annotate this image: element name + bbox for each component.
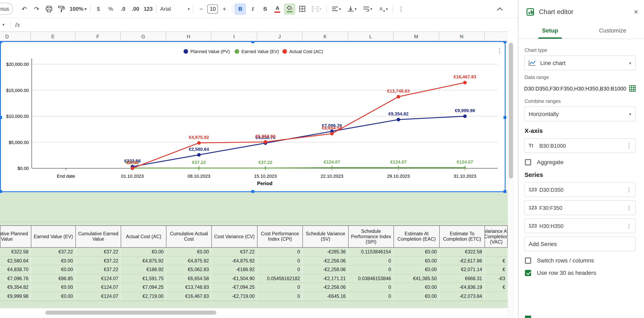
cell[interactable]: €0.00 [166, 248, 211, 257]
add-series-button[interactable]: Add Series [524, 237, 636, 251]
column-header-F[interactable]: F [76, 32, 121, 41]
table-header-cell[interactable]: Cumulative Actual Cost [166, 225, 211, 248]
tab-customize[interactable]: Customize [581, 24, 644, 39]
format-currency-button[interactable]: $ [93, 3, 104, 15]
merge-cells-button[interactable]: ▾ [309, 3, 324, 15]
embedded-chart[interactable]: $0.00$5,000.00$10,000.00$15,000.00$20,00… [0, 41, 506, 192]
name-box-caret-icon[interactable]: ▾ [2, 23, 4, 27]
cell[interactable]: €13,748.83 [166, 283, 211, 292]
cell[interactable]: €5,062.83 [166, 265, 211, 274]
cell[interactable]: 0.1153846154 [348, 248, 394, 257]
table-header-cell[interactable]: Earned Value (EV) [31, 225, 76, 248]
cell[interactable]: €86.85 [31, 274, 76, 283]
horizontal-scrollbar[interactable] [45, 311, 216, 315]
switch-rows-columns-checkbox[interactable] [525, 257, 531, 264]
cell[interactable]: 0 [257, 292, 302, 301]
cell[interactable]: €0.00 [394, 248, 439, 257]
horizontal-align-button[interactable]: ▾ [329, 3, 344, 15]
column-header-J[interactable]: J [257, 32, 302, 41]
vertical-scrollbar[interactable] [508, 41, 514, 318]
cell[interactable]: €1,591.75 [121, 274, 166, 283]
kebab-icon[interactable]: ⋮ [626, 186, 632, 193]
cell[interactable]: 0.05456162182 [257, 274, 302, 283]
cell[interactable]: -€1,504.90 [211, 274, 257, 283]
undo-button[interactable]: ↶ [18, 3, 30, 15]
x-axis-range-row[interactable]: Tt B30:B1000 ⋮ [524, 138, 636, 153]
cell[interactable]: €37.22 [211, 248, 257, 257]
table-header-cell[interactable]: Cumulative Earned Value [76, 225, 121, 248]
cell[interactable]: €0.00 [394, 292, 439, 301]
cell[interactable]: €322.58 [439, 248, 484, 257]
cell[interactable]: €124.07 [76, 292, 121, 301]
table-header-cell[interactable]: Actual Cost (AC) [121, 225, 166, 248]
table-header-cell[interactable]: Cumulative Planned Value [0, 225, 31, 248]
more-formats-button[interactable]: 123 [142, 3, 154, 15]
cell[interactable]: €7,096.76 [0, 274, 31, 283]
cell[interactable]: €0.00 [394, 257, 439, 265]
cell[interactable]: 0 [257, 257, 302, 265]
column-header-H[interactable]: H [166, 32, 211, 41]
column-header-G[interactable]: G [121, 32, 166, 41]
cell[interactable]: €124.07 [76, 283, 121, 292]
cell[interactable]: €37.22 [76, 257, 121, 265]
cell[interactable]: €322.58 [0, 248, 31, 257]
cell[interactable]: 0.03846153846 [348, 274, 394, 283]
table-header-cell[interactable]: Schedule Performance Index (SPI) [348, 225, 394, 248]
italic-button[interactable]: I [247, 3, 258, 15]
cell[interactable]: €0.00 [31, 265, 76, 274]
column-header-partial[interactable] [484, 32, 508, 41]
cell[interactable]: € [484, 283, 508, 292]
vertical-align-button[interactable]: ▾ [345, 3, 360, 15]
cell[interactable]: €37.22 [76, 265, 121, 274]
cell[interactable]: -€7,094.25 [211, 283, 257, 292]
cell[interactable]: -€2,258.06 [302, 257, 348, 265]
combine-ranges-select[interactable]: Horizontally ▾ [524, 107, 636, 121]
cell[interactable]: -€2,617.86 [439, 257, 484, 265]
text-color-button[interactable]: A [272, 3, 283, 15]
more-toolbar-button[interactable]: ⋮ [395, 3, 407, 15]
cell[interactable]: -€2,171.21 [302, 274, 348, 283]
tab-setup[interactable]: Setup [519, 24, 581, 39]
series-range-row[interactable]: 123F30:F350⋮ [524, 200, 636, 215]
cell[interactable]: €2,719.00 [121, 292, 166, 301]
cell[interactable]: -€2,258.06 [302, 283, 348, 292]
increase-font-size-button[interactable]: + [218, 3, 230, 15]
kebab-icon[interactable]: ⋮ [626, 204, 632, 211]
column-header-M[interactable]: M [394, 32, 439, 41]
selection-handle[interactable] [251, 41, 254, 43]
cell[interactable]: €2,071.14 [439, 265, 484, 274]
aggregate-checkbox[interactable] [525, 159, 531, 165]
cell[interactable]: 0 [257, 283, 302, 292]
sheet-green-cells[interactable] [0, 301, 508, 308]
truncated-checkbox[interactable] [525, 316, 531, 318]
cell[interactable]: €2,580.64 [0, 257, 31, 265]
selection-handle[interactable] [251, 190, 254, 193]
strikethrough-button[interactable]: S [259, 3, 271, 15]
selection-handle[interactable] [504, 41, 506, 43]
font-size-input[interactable]: 10 [208, 4, 218, 13]
collapse-toolbar-button[interactable] [494, 3, 506, 15]
data-range-field[interactable]: D30:D350,F30:F350,H30:H350,B30:B1000 [524, 83, 636, 94]
redo-button[interactable]: ↷ [31, 3, 42, 15]
cell[interactable]: -€645.16 [302, 292, 348, 301]
cell[interactable]: €124.07 [76, 274, 121, 283]
cell[interactable]: €41,385.50 [394, 274, 439, 283]
cell[interactable]: -€4,836.19 [439, 283, 484, 292]
switch-rows-columns-option[interactable]: Switch rows / columns [525, 257, 636, 264]
select-data-range-icon[interactable] [629, 85, 636, 92]
legend-item[interactable]: Earned Value (EV) [235, 49, 279, 54]
selection-handle[interactable] [0, 190, 2, 193]
series-range-row[interactable]: 123H30:H350⋮ [524, 218, 636, 233]
cell[interactable]: 0 [257, 265, 302, 274]
close-icon[interactable]: × [634, 8, 638, 16]
table-header-cell[interactable]: Schedule Variance (SV) [302, 225, 348, 248]
cell[interactable]: €4,875.92 [121, 257, 166, 265]
cell[interactable]: €0.00 [31, 257, 76, 265]
selection-handle[interactable] [0, 41, 2, 43]
menus-button[interactable]: Menus [0, 3, 13, 15]
cell[interactable]: -€285.36 [302, 248, 348, 257]
selection-handle[interactable] [504, 116, 506, 119]
chart-type-select[interactable]: Line chart ▾ [524, 55, 636, 70]
text-rotation-button[interactable]: A ▾ [376, 3, 391, 15]
kebab-icon[interactable]: ⋮ [626, 142, 632, 149]
